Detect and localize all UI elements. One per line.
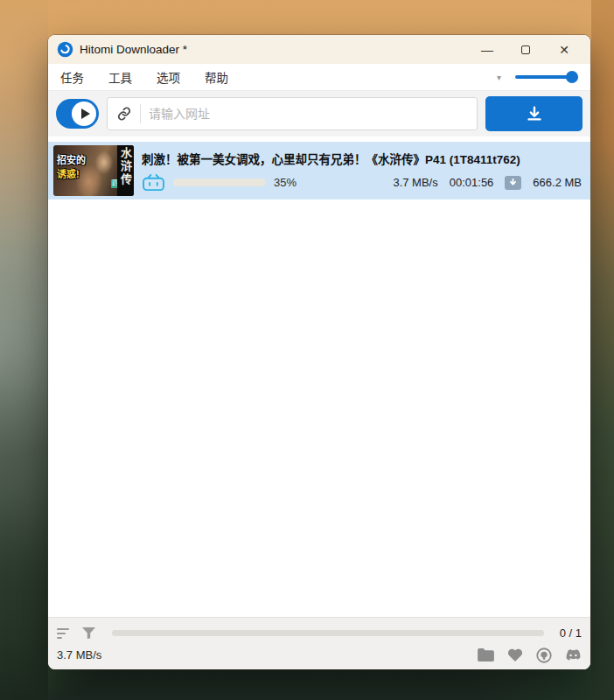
heart-icon[interactable] (507, 648, 523, 662)
download-icon (525, 104, 544, 123)
thumb-overlay-text-2: 诱惑! (57, 166, 80, 180)
overall-progress-bar (112, 630, 544, 636)
desktop-wallpaper: Hitomi Downloader * — ✕ 任务 工具 选项 帮助 ▾ (0, 0, 614, 700)
menu-help[interactable]: 帮助 (205, 68, 228, 86)
slider-knob[interactable] (566, 71, 578, 83)
discord-icon[interactable] (565, 649, 582, 662)
link-icon (116, 106, 132, 122)
task-title: 刺激！被第一美女调戏，心里却只有兄弟！《水浒传》P41 (1T8411t762) (142, 150, 582, 167)
filter-icon[interactable] (81, 626, 96, 640)
chevron-down-icon[interactable]: ▾ (497, 73, 501, 82)
download-task-row[interactable]: 招安的 诱惑! 四 水浒传 刺激！被第一美女调戏，心里却只有兄弟！《水浒传》P4… (48, 142, 590, 200)
task-status-icon (505, 176, 521, 190)
minimize-button[interactable]: — (468, 37, 506, 63)
folder-icon[interactable] (478, 648, 494, 662)
github-icon[interactable] (536, 648, 552, 663)
close-button[interactable]: ✕ (545, 37, 583, 63)
app-window: Hitomi Downloader * — ✕ 任务 工具 选项 帮助 ▾ (48, 35, 590, 669)
input-divider (140, 104, 141, 123)
thumb-overlay-text-1: 招安的 (57, 152, 86, 166)
app-logo-icon (57, 41, 73, 58)
sort-icon[interactable] (57, 628, 71, 639)
window-title: Hitomi Downloader * (80, 43, 187, 56)
play-icon (72, 102, 96, 126)
url-input-container[interactable] (107, 97, 478, 130)
bilibili-tv-icon (142, 173, 165, 192)
task-speed: 3.7 MB/s (393, 176, 437, 189)
footer-panel: 0 / 1 3.7 MB/s (48, 617, 590, 669)
download-button[interactable] (485, 96, 583, 131)
task-list: 招安的 诱惑! 四 水浒传 刺激！被第一美女调戏，心里却只有兄弟！《水浒传》P4… (48, 136, 590, 617)
task-thumbnail: 招安的 诱惑! 四 水浒传 (53, 145, 134, 196)
task-progress-percent: 35% (274, 176, 297, 189)
start-pause-button[interactable] (56, 99, 99, 129)
task-time-remaining: 00:01:56 (450, 176, 494, 189)
url-input[interactable] (149, 107, 468, 121)
menu-bar: 任务 工具 选项 帮助 ▾ (48, 64, 590, 91)
menu-tools[interactable]: 工具 (108, 68, 132, 86)
thumb-side-text: 水浒传 (117, 147, 134, 186)
task-progress-bar (173, 178, 266, 186)
maximize-button[interactable] (506, 37, 545, 63)
menu-tasks[interactable]: 任务 (60, 68, 84, 86)
url-row (48, 91, 590, 136)
titlebar[interactable]: Hitomi Downloader * — ✕ (48, 35, 590, 64)
thumb-side-strip: 水浒传 (117, 145, 134, 196)
task-size: 666.2 MB (533, 176, 582, 189)
maximize-icon (521, 46, 530, 54)
menu-options[interactable]: 选项 (157, 68, 180, 86)
total-speed: 3.7 MB/s (57, 648, 101, 662)
task-counter: 0 / 1 (560, 626, 582, 640)
speed-limit-slider[interactable] (515, 71, 578, 83)
